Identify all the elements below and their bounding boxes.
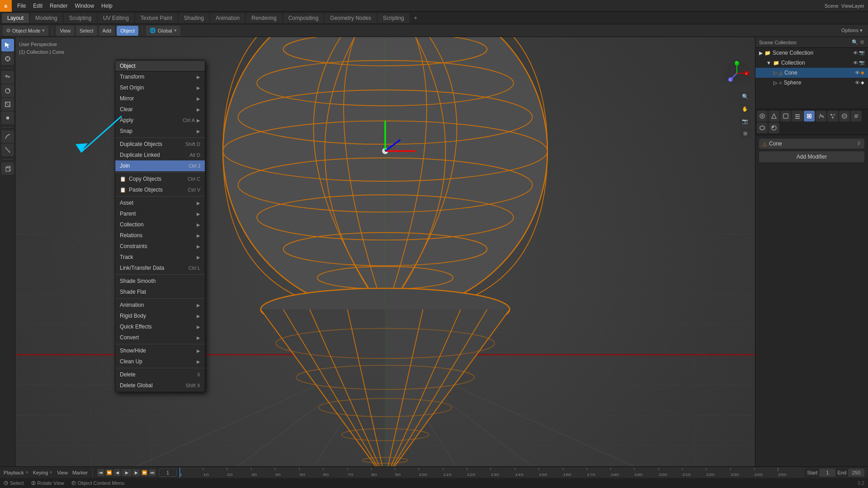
menu-help[interactable]: Help [98,0,116,11]
object-menu[interactable]: Object [117,26,138,36]
menu-item-transform[interactable]: Transform ▶ [115,71,205,82]
outliner-scene-collection[interactable]: ▶ 📁 Scene Collection 👁 📷 [755,48,868,58]
menu-item-duplicate-objects[interactable]: Duplicate Objects Shift D [115,139,205,150]
menu-item-constraints[interactable]: Constraints ▶ [115,241,205,252]
menu-item-mirror[interactable]: Mirror ▶ [115,93,205,104]
menu-item-relations[interactable]: Relations ▶ [115,230,205,241]
menu-item-rigid-body[interactable]: Rigid Body ▶ [115,310,205,321]
collection-render[interactable]: 📷 [859,60,864,66]
prop-tab-scene[interactable] [757,111,768,122]
menu-window[interactable]: Window [71,0,98,11]
sphere-visibility[interactable]: 👁 [855,80,860,85]
cone-material-icon[interactable]: ◆ [861,70,864,75]
fake-user-icon[interactable]: F [858,141,861,146]
outliner-sphere[interactable]: ▷ ○ Sphere 👁 ◆ [755,78,868,88]
tab-rendering[interactable]: Rendering [246,13,282,23]
add-menu[interactable]: Add [99,26,115,36]
menu-item-show-hide[interactable]: Show/Hide ▶ [115,345,205,356]
tab-animation[interactable]: Animation [210,13,245,23]
prop-tab-constraints[interactable] [851,111,862,122]
play-btn[interactable]: ▶ [122,469,132,476]
menu-item-convert[interactable]: Convert ▶ [115,332,205,343]
menu-item-duplicate-linked[interactable]: Duplicate Linked Alt D [115,150,205,160]
tab-geometry-nodes[interactable]: Geometry Nodes [325,13,377,23]
tab-uv-editing[interactable]: UV Editing [98,13,134,23]
tab-texture-paint[interactable]: Texture Paint [135,13,178,23]
jump-start-btn[interactable]: ⏮ [97,469,104,476]
menu-item-paste-objects[interactable]: 📋 Paste Objects Ctrl V [115,184,205,195]
prop-tab-physics[interactable] [839,111,850,122]
scene-collection-visibility[interactable]: 👁 [853,50,858,56]
prev-frame-btn[interactable]: ⏪ [105,469,113,476]
outliner-cone[interactable]: ▷ △ Cone 👁 ◆ [755,68,868,78]
outliner-collection[interactable]: ▼ 📁 Collection 👁 📷 [755,58,868,68]
prop-tab-particles[interactable] [827,111,838,122]
navigation-gizmo[interactable]: X Y Z [723,60,750,87]
menu-item-apply[interactable]: Apply Ctrl A ▶ [115,115,205,126]
menu-item-link-transfer-data[interactable]: Link/Transfer Data Ctrl L [115,263,205,273]
global-local-toggle[interactable]: 🌐 Global ▾ [146,26,180,36]
prop-tab-data[interactable] [757,122,768,133]
menu-item-join[interactable]: Join Ctrl J [115,160,205,171]
tab-sculpting[interactable]: Sculpting [64,13,97,23]
tab-scripting[interactable]: Scripting [377,13,410,23]
scale-tool[interactable] [1,98,14,111]
add-modifier-btn[interactable]: Add Modifier [759,151,864,162]
scene-collection-render[interactable]: 📷 [859,50,864,56]
start-frame-field[interactable]: 1 [819,469,835,477]
add-workspace-tab[interactable]: + [410,13,421,23]
menu-render[interactable]: Render [46,0,71,11]
object-name-field[interactable]: △ Cone F [759,139,864,149]
pan-btn[interactable]: ✋ [740,103,750,114]
viewport-3d[interactable]: User Perspective (1) Collection | Cone X… [15,37,755,476]
menu-file[interactable]: File [14,0,29,11]
prop-tab-viewlayer[interactable] [792,111,803,122]
tab-shading[interactable]: Shading [179,13,209,23]
camera-btn[interactable]: 📷 [740,116,750,127]
tab-modeling[interactable]: Modeling [30,13,63,23]
tab-compositing[interactable]: Compositing [283,13,324,23]
menu-item-clean-up[interactable]: Clean Up ▶ [115,356,205,367]
cursor-tool[interactable] [1,52,14,65]
select-menu[interactable]: Select [76,26,97,36]
prop-tab-object[interactable] [804,111,815,122]
add-cube-tool[interactable] [1,162,14,175]
marker-label[interactable]: Marker [72,470,88,475]
menu-edit[interactable]: Edit [29,0,46,11]
menu-item-shade-smooth[interactable]: Shade Smooth [115,276,205,286]
menu-item-animation[interactable]: Animation ▶ [115,300,205,310]
editor-type-btn[interactable]: ⊙ Object Mode ▾ [3,26,48,36]
menu-item-clear[interactable]: Clear ▶ [115,104,205,115]
select-tool[interactable] [1,39,14,52]
view-menu[interactable]: View [56,26,74,36]
rotate-tool[interactable] [1,84,14,97]
jump-end-btn[interactable]: ⏭ [149,469,156,476]
outliner-filter-icon[interactable]: 🔍 [852,39,858,45]
prop-tab-output[interactable] [780,111,791,122]
menu-item-set-origin[interactable]: Set Origin ▶ [115,82,205,93]
viewport-overlays-btn[interactable]: Options ▾ [839,27,865,34]
current-frame-field[interactable]: 1 [159,469,177,477]
end-frame-field[interactable]: 250 [848,469,864,477]
next-keyframe-btn[interactable]: ▶ [132,469,140,476]
tab-layout[interactable]: Layout [2,13,29,23]
prev-keyframe-btn[interactable]: ◀ [113,469,121,476]
keying-label[interactable]: Keying [33,470,48,475]
transform-tool[interactable] [1,112,14,124]
annotate-tool[interactable] [1,130,14,143]
menu-item-quick-effects[interactable]: Quick Effects ▶ [115,321,205,332]
sphere-material-icon[interactable]: ◆ [861,80,864,85]
menu-item-collection[interactable]: Collection ▶ [115,219,205,230]
menu-item-track[interactable]: Track ▶ [115,252,205,263]
measure-tool[interactable] [1,144,14,156]
grid-btn[interactable]: ⊞ [740,128,750,139]
menu-item-snap[interactable]: Snap ▶ [115,126,205,136]
menu-item-delete[interactable]: Delete X [115,369,205,380]
menu-item-shade-flat[interactable]: Shade Flat [115,286,205,297]
menu-item-asset[interactable]: Asset ▶ [115,197,205,208]
menu-item-copy-objects[interactable]: 📋 Copy Objects Ctrl C [115,174,205,184]
prop-tab-render[interactable] [769,111,779,122]
cone-visibility[interactable]: 👁 [855,70,860,75]
prop-tab-modifier[interactable] [816,111,826,122]
menu-item-delete-global[interactable]: Delete Global Shift X [115,380,205,391]
